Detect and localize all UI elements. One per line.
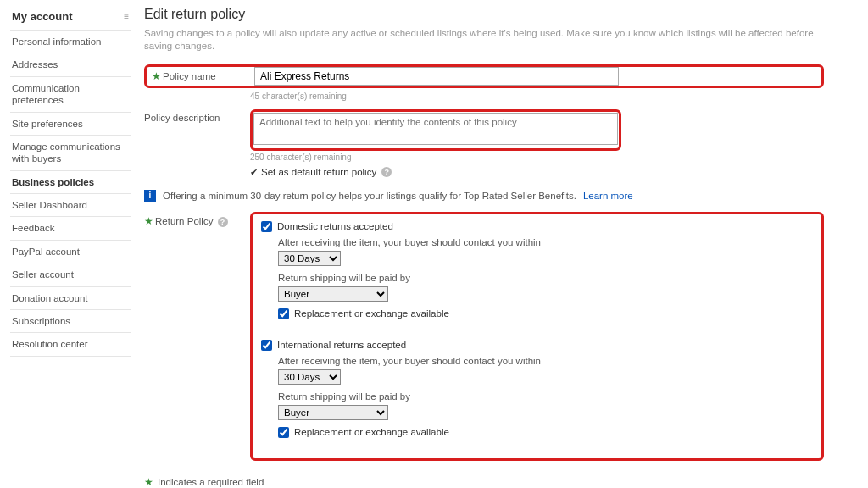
intl-paidby-select[interactable]: Buyer bbox=[278, 405, 388, 420]
intl-replacement-row: Replacement or exchange available bbox=[278, 427, 813, 438]
sidebar-item-site-prefs[interactable]: Site preferences bbox=[10, 112, 131, 135]
info-banner: i Offering a minimum 30-day return polic… bbox=[144, 190, 824, 202]
help-icon[interactable]: ? bbox=[218, 217, 228, 227]
page-title: Edit return policy bbox=[144, 7, 824, 22]
policy-name-input[interactable] bbox=[254, 67, 619, 86]
sidebar-title: My account ≡ bbox=[10, 7, 131, 30]
domestic-replacement-checkbox[interactable] bbox=[278, 308, 289, 319]
required-star-icon: ★ bbox=[144, 476, 153, 488]
sidebar-item-communication[interactable]: Communication preferences bbox=[10, 76, 131, 112]
main-content: Edit return policy Saving changes to a p… bbox=[144, 7, 858, 488]
intl-accepted-label: International returns accepted bbox=[277, 340, 406, 350]
sidebar-item-manage-comm[interactable]: Manage communications with buyers bbox=[10, 135, 131, 170]
intl-days-select[interactable]: 30 Days bbox=[278, 369, 341, 385]
info-icon: i bbox=[144, 190, 156, 202]
policy-desc-row: Policy description 250 character(s) rema… bbox=[144, 109, 824, 178]
sidebar-item-paypal[interactable]: PayPal account bbox=[10, 240, 131, 263]
sidebar-item-business-policies[interactable]: Business policies bbox=[10, 170, 131, 193]
policy-desc-label: Policy description bbox=[144, 109, 250, 123]
policy-desc-input[interactable] bbox=[253, 113, 618, 145]
intl-sub-block: After receiving the item, your buyer sho… bbox=[278, 356, 813, 438]
required-star-icon: ★ bbox=[152, 71, 161, 81]
learn-more-link[interactable]: Learn more bbox=[583, 191, 633, 201]
intl-paidby-caption: Return shipping will be paid by bbox=[278, 391, 813, 402]
sidebar-item-feedback[interactable]: Feedback bbox=[10, 216, 131, 239]
domestic-days-select[interactable]: 30 Days bbox=[278, 251, 341, 266]
set-default-label: Set as default return policy bbox=[261, 167, 376, 177]
required-star-icon: ★ bbox=[144, 216, 153, 226]
return-policy-box: Domestic returns accepted After receivin… bbox=[250, 212, 824, 461]
intl-accepted-checkbox[interactable] bbox=[261, 340, 272, 351]
sidebar-item-donation[interactable]: Donation account bbox=[10, 286, 131, 309]
page-subtitle: Saving changes to a policy will also upd… bbox=[144, 27, 824, 53]
check-icon: ✔ bbox=[250, 167, 258, 178]
intl-contact-caption: After receiving the item, your buyer sho… bbox=[278, 356, 813, 366]
domestic-accepted-label: Domestic returns accepted bbox=[277, 221, 393, 231]
intl-accepted-row: International returns accepted bbox=[261, 340, 813, 351]
domestic-paidby-select[interactable]: Buyer bbox=[278, 286, 388, 302]
sidebar-item-subscriptions[interactable]: Subscriptions bbox=[10, 309, 131, 332]
policy-name-field bbox=[254, 67, 820, 86]
policy-name-helper: 45 character(s) remaining bbox=[250, 92, 824, 101]
intl-replacement-label: Replacement or exchange available bbox=[294, 427, 449, 437]
sidebar-item-resolution[interactable]: Resolution center bbox=[10, 332, 131, 356]
return-policy-row: ★Return Policy ? Domestic returns accept… bbox=[144, 212, 824, 461]
domestic-replacement-label: Replacement or exchange available bbox=[294, 308, 449, 319]
sidebar-item-seller-dashboard[interactable]: Seller Dashboard bbox=[10, 193, 131, 216]
help-icon[interactable]: ? bbox=[381, 167, 392, 177]
set-default-row: ✔ Set as default return policy ? bbox=[250, 167, 824, 178]
policy-desc-helper: 250 character(s) remaining bbox=[250, 152, 824, 162]
policy-desc-highlight bbox=[250, 109, 621, 151]
policy-name-label: ★Policy name bbox=[148, 67, 254, 82]
chevron-icon: ≡ bbox=[124, 12, 129, 21]
intl-replacement-checkbox[interactable] bbox=[278, 427, 289, 438]
domestic-replacement-row: Replacement or exchange available bbox=[278, 308, 813, 319]
sidebar-title-text: My account bbox=[12, 10, 73, 23]
sidebar: My account ≡ Personal information Addres… bbox=[10, 7, 131, 488]
info-banner-text: Offering a minimum 30-day return policy … bbox=[163, 191, 576, 201]
sidebar-item-seller-account[interactable]: Seller account bbox=[10, 263, 131, 286]
domestic-accepted-row: Domestic returns accepted bbox=[261, 221, 813, 232]
sidebar-item-addresses[interactable]: Addresses bbox=[10, 53, 131, 75]
domestic-contact-caption: After receiving the item, your buyer sho… bbox=[278, 237, 813, 247]
return-policy-label-col: ★Return Policy ? bbox=[144, 212, 250, 227]
required-note: ★ Indicates a required field bbox=[144, 476, 824, 488]
domestic-paidby-caption: Return shipping will be paid by bbox=[278, 273, 813, 283]
sidebar-list: Personal information Addresses Communica… bbox=[10, 30, 131, 357]
sidebar-item-personal[interactable]: Personal information bbox=[10, 30, 131, 53]
policy-name-row: ★Policy name bbox=[144, 64, 824, 88]
domestic-accepted-checkbox[interactable] bbox=[261, 221, 272, 232]
domestic-sub-block: After receiving the item, your buyer sho… bbox=[278, 237, 813, 319]
